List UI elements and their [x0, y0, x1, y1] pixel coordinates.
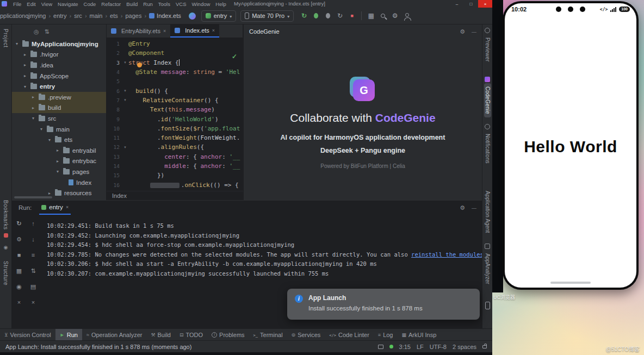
chevron-down-icon[interactable]: [39, 127, 44, 132]
fold-icon[interactable]: [122, 60, 128, 65]
breakpoint-icon[interactable]: [137, 63, 142, 67]
fold-icon[interactable]: [122, 98, 128, 102]
pin-icon[interactable]: [15, 282, 23, 291]
chevron-right-icon[interactable]: [47, 191, 52, 196]
down-arrow-icon[interactable]: [29, 235, 38, 244]
run-tab-entry[interactable]: entry: [39, 201, 71, 215]
settings-button[interactable]: [389, 10, 401, 21]
pin-icon[interactable]: [3, 245, 9, 250]
tab-index[interactable]: Index.ets: [170, 24, 219, 38]
horizontal-scrollbar[interactable]: [14, 196, 52, 198]
clear-console-icon[interactable]: [29, 298, 38, 307]
menu-help[interactable]: Help: [213, 1, 229, 7]
chevron-right-icon[interactable]: [30, 105, 36, 110]
up-arrow-icon[interactable]: [29, 219, 38, 228]
breadcrumb-project[interactable]: pplicationqjmying: [0, 13, 53, 19]
tool-tab-operation-analyzer[interactable]: Operation Analyzer: [82, 329, 147, 341]
menu-edit[interactable]: Edit: [24, 1, 38, 7]
chevron-right-icon[interactable]: [22, 63, 28, 67]
tree-item-ets[interactable]: ets: [12, 134, 106, 145]
attach-debugger-button[interactable]: [322, 10, 334, 21]
tool-tab-previewer[interactable]: Previewer: [484, 34, 491, 65]
gear-icon[interactable]: [460, 28, 465, 35]
breadcrumb-ets[interactable]: ets: [110, 13, 125, 19]
menu-refactor[interactable]: Refactor: [98, 1, 123, 7]
screen-cast-icon[interactable]: [378, 345, 383, 349]
bell-icon[interactable]: [485, 124, 490, 129]
hide-panel-icon[interactable]: [472, 204, 476, 211]
chevron-right-icon[interactable]: [30, 95, 36, 99]
app-analyzer-icon[interactable]: [485, 244, 490, 249]
tool-tab-log[interactable]: Log: [374, 329, 398, 341]
chevron-right-icon[interactable]: [22, 73, 28, 78]
menu-navigate[interactable]: Navigate: [55, 1, 81, 7]
close-icon[interactable]: [212, 28, 215, 33]
chevron-right-icon[interactable]: [55, 148, 60, 153]
indent-widget[interactable]: 2 spaces: [453, 344, 476, 350]
editor-breadcrumb[interactable]: Index: [107, 191, 243, 200]
hide-panel-icon[interactable]: [472, 28, 476, 35]
minimize-button[interactable]: [450, 0, 464, 8]
chevron-down-icon[interactable]: [30, 116, 36, 121]
chevron-down-icon[interactable]: [47, 138, 52, 142]
tree-item-entryability[interactable]: entryabil: [12, 145, 106, 156]
menu-code[interactable]: Code: [81, 1, 99, 7]
tool-tab-problems[interactable]: !Problems: [207, 329, 249, 341]
chevron-right-icon[interactable]: [55, 159, 60, 164]
tool-tab-bookmarks[interactable]: Bookmarks: [3, 200, 9, 230]
collapse-all-icon[interactable]: [45, 28, 49, 35]
gear-icon[interactable]: [460, 204, 465, 211]
soft-wrap-icon[interactable]: [29, 251, 38, 259]
tree-item-entrybackupability[interactable]: entrybac: [12, 156, 106, 167]
status-message[interactable]: App Launch: Install successfully finishe…: [5, 344, 191, 350]
inspection-ok-icon[interactable]: [232, 53, 237, 60]
tool-tab-services[interactable]: Services: [287, 329, 325, 341]
tree-item-entry[interactable]: entry: [12, 81, 106, 92]
tree-item-build[interactable]: build: [12, 103, 106, 114]
tool-tab-project[interactable]: Project: [3, 29, 9, 48]
breadcrumb-file[interactable]: Index.ets: [149, 13, 181, 19]
tree-item-hvigor[interactable]: .hvigor: [12, 49, 106, 60]
tool-tab-appanalyzer[interactable]: AppAnalyzer: [484, 250, 491, 288]
reinstall-modules-link[interactable]: reinstall the modules.: [411, 251, 482, 258]
line-separator-widget[interactable]: LF: [417, 344, 424, 350]
tool-tab-build[interactable]: Build: [146, 329, 175, 341]
print-icon[interactable]: [29, 282, 38, 291]
tool-tab-run[interactable]: Run: [55, 329, 82, 341]
menu-tools[interactable]: Tools: [156, 1, 173, 7]
rerun-icon[interactable]: [15, 219, 23, 228]
close-icon[interactable]: [163, 28, 166, 34]
codegenie-toolbar-icon[interactable]: [189, 13, 196, 20]
breadcrumb-pages[interactable]: pages: [125, 13, 149, 19]
tool-tab-todo[interactable]: TODO: [175, 329, 207, 341]
menu-view[interactable]: View: [39, 1, 55, 7]
memory-indicator[interactable]: 3:15: [399, 344, 411, 350]
layout-icon[interactable]: [15, 266, 23, 275]
fold-icon[interactable]: [122, 145, 128, 150]
tree-item-index-file[interactable]: Index: [12, 177, 106, 188]
close-icon[interactable]: [66, 204, 69, 210]
previewer-icon[interactable]: [485, 28, 490, 33]
run-configuration-select[interactable]: entry: [201, 10, 236, 22]
tree-item-main[interactable]: main: [12, 124, 106, 135]
chevron-right-icon[interactable]: [22, 52, 28, 57]
debug-button[interactable]: [310, 10, 322, 21]
tree-item-idea[interactable]: .idea: [12, 60, 106, 71]
account-button[interactable]: [401, 10, 413, 21]
phone-mirror-icon[interactable]: [485, 302, 490, 309]
device-manager-icon[interactable]: [365, 10, 377, 21]
tool-tab-notifications[interactable]: Notifications: [484, 130, 491, 166]
lock-icon[interactable]: [482, 345, 487, 348]
tree-item-preview[interactable]: .preview: [12, 92, 106, 103]
tool-tab-version-control[interactable]: Version Control: [0, 329, 55, 341]
scroll-to-end-icon[interactable]: [29, 266, 38, 275]
menu-vcs[interactable]: VCS: [173, 1, 189, 7]
maximize-button[interactable]: [464, 0, 478, 8]
tool-tab-codegenie[interactable]: CodeGenie: [484, 83, 491, 117]
breadcrumb-main[interactable]: main: [90, 13, 110, 19]
close-button[interactable]: [478, 0, 492, 8]
device-select[interactable]: Mate 70 Pro: [240, 10, 294, 22]
search-everywhere-button[interactable]: [377, 10, 389, 21]
edit-configuration-icon[interactable]: [15, 235, 23, 244]
restart-app-button[interactable]: [334, 10, 346, 21]
